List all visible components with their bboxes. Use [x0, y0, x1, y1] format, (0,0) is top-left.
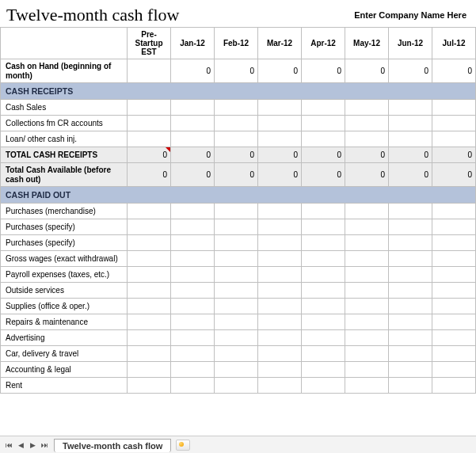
cell[interactable] [258, 100, 302, 116]
cell[interactable] [345, 283, 389, 299]
cell[interactable]: 0 [171, 147, 215, 163]
cell[interactable] [171, 131, 215, 147]
cell[interactable] [171, 330, 215, 346]
col-may[interactable]: May-12 [345, 28, 389, 59]
cell[interactable] [432, 283, 476, 299]
cell[interactable] [128, 283, 171, 299]
cell[interactable]: 0 [432, 147, 476, 163]
cell[interactable] [389, 131, 432, 147]
cell[interactable] [432, 299, 476, 314]
cell[interactable] [432, 116, 476, 131]
nav-first-icon[interactable]: ⏮ [3, 440, 14, 451]
cell[interactable] [345, 251, 389, 267]
cell[interactable] [128, 362, 171, 378]
label[interactable]: Supplies (office & oper.) [1, 299, 128, 314]
cell[interactable] [302, 346, 345, 362]
cell[interactable] [258, 116, 302, 131]
cell[interactable] [258, 346, 302, 362]
cell[interactable] [128, 314, 171, 330]
cell[interactable] [171, 251, 215, 267]
cell[interactable] [345, 330, 389, 346]
cell[interactable] [171, 100, 215, 116]
label[interactable]: Payroll expenses (taxes, etc.) [1, 267, 128, 283]
cell[interactable] [302, 100, 345, 116]
cell[interactable] [171, 116, 215, 131]
cell[interactable] [171, 362, 215, 378]
cell[interactable] [432, 378, 476, 394]
cell[interactable]: 0 [389, 147, 432, 163]
cell[interactable] [302, 267, 345, 283]
label[interactable]: Outside services [1, 283, 128, 299]
cell[interactable] [345, 116, 389, 131]
cell[interactable] [432, 219, 476, 235]
cell[interactable] [389, 235, 432, 251]
cell[interactable] [215, 204, 258, 219]
cell[interactable]: 0 [128, 147, 171, 163]
cell[interactable] [345, 219, 389, 235]
cell[interactable] [302, 204, 345, 219]
label[interactable]: Purchases (specify) [1, 235, 128, 251]
cell[interactable] [215, 116, 258, 131]
cell[interactable] [432, 330, 476, 346]
cell[interactable] [215, 314, 258, 330]
cell[interactable] [389, 219, 432, 235]
cell[interactable] [345, 378, 389, 394]
cell[interactable] [389, 100, 432, 116]
cell[interactable] [345, 204, 389, 219]
cell[interactable] [128, 346, 171, 362]
label[interactable]: Accounting & legal [1, 362, 128, 378]
cell[interactable] [302, 330, 345, 346]
cell[interactable] [258, 131, 302, 147]
cell[interactable] [128, 116, 171, 131]
sheet-tab-active[interactable]: Twelve-month cash flow [54, 439, 171, 452]
cell[interactable] [171, 267, 215, 283]
nav-prev-icon[interactable]: ◀ [15, 440, 26, 451]
col-jul[interactable]: Jul-12 [432, 28, 476, 59]
cell[interactable] [258, 362, 302, 378]
cell[interactable] [215, 330, 258, 346]
cell[interactable] [432, 100, 476, 116]
cell[interactable] [345, 362, 389, 378]
label[interactable]: Cash on Hand (beginning of month) [1, 59, 128, 83]
col-feb[interactable]: Feb-12 [215, 28, 258, 59]
cell[interactable] [389, 330, 432, 346]
cell[interactable]: 0 [389, 163, 432, 187]
cell[interactable] [258, 378, 302, 394]
cell[interactable] [432, 235, 476, 251]
label[interactable]: Loan/ other cash inj. [1, 131, 128, 147]
cell[interactable]: 0 [389, 59, 432, 83]
cell[interactable] [389, 251, 432, 267]
cell[interactable]: 0 [345, 163, 389, 187]
label[interactable]: TOTAL CASH RECEIPTS [1, 147, 128, 163]
nav-next-icon[interactable]: ▶ [27, 440, 38, 451]
cell[interactable] [389, 204, 432, 219]
label[interactable]: Collections fm CR accounts [1, 116, 128, 131]
cell[interactable] [389, 283, 432, 299]
cell[interactable] [345, 314, 389, 330]
cell[interactable]: 0 [258, 147, 302, 163]
new-sheet-icon[interactable] [176, 440, 190, 451]
cell[interactable] [389, 362, 432, 378]
cell[interactable]: 0 [258, 59, 302, 83]
cell[interactable] [258, 330, 302, 346]
cell[interactable]: 0 [215, 163, 258, 187]
label[interactable]: Purchases (merchandise) [1, 204, 128, 219]
col-mar[interactable]: Mar-12 [258, 28, 302, 59]
cell[interactable] [389, 116, 432, 131]
label[interactable]: Advertising [1, 330, 128, 346]
col-apr[interactable]: Apr-12 [302, 28, 345, 59]
cell[interactable]: 0 [171, 163, 215, 187]
label[interactable]: Repairs & maintenance [1, 314, 128, 330]
col-prestartup[interactable]: Pre-Startup EST [128, 28, 171, 59]
cell[interactable] [345, 299, 389, 314]
cell[interactable] [345, 267, 389, 283]
cell[interactable]: 0 [171, 59, 215, 83]
cell[interactable] [302, 131, 345, 147]
cell[interactable]: 0 [302, 147, 345, 163]
cell[interactable]: 0 [258, 163, 302, 187]
label[interactable]: Car, delivery & travel [1, 346, 128, 362]
cell[interactable]: 0 [128, 163, 171, 187]
label[interactable]: Rent [1, 378, 128, 394]
cell[interactable] [128, 59, 171, 83]
cell[interactable] [258, 267, 302, 283]
